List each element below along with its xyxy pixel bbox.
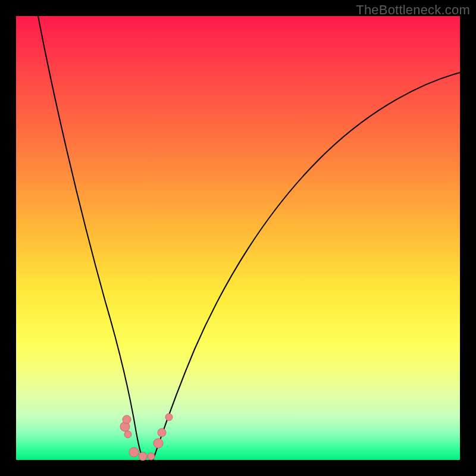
chart-frame: TheBottleneck.com [0,0,476,476]
curve-left [38,16,143,460]
svg-point-3 [129,447,139,457]
plot-area [16,16,460,460]
svg-point-8 [165,414,173,421]
marker-dots [120,414,173,461]
curve-right [153,73,460,460]
watermark-text: TheBottleneck.com [356,2,470,18]
svg-point-6 [154,439,163,448]
svg-point-5 [148,453,155,460]
svg-point-2 [123,415,131,424]
curve-svg [16,16,460,460]
svg-point-7 [158,428,166,437]
svg-point-4 [139,452,147,461]
svg-point-1 [124,431,131,438]
